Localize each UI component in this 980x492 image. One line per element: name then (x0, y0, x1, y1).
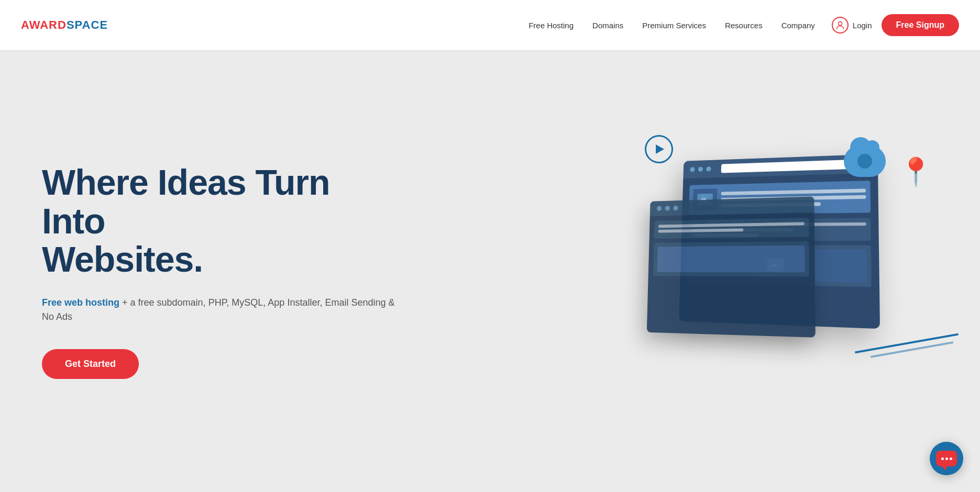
hero-title: Where Ideas Turn Into Websites. (42, 163, 398, 278)
hero-subtitle: Free web hosting + a free subdomain, PHP… (42, 296, 398, 324)
get-started-button[interactable]: Get Started (42, 349, 139, 379)
browser-dot-3 (706, 166, 711, 172)
chat-bubble-icon (936, 451, 957, 466)
secondary-img (657, 245, 805, 272)
secondary-section-2 (653, 241, 809, 277)
hero-subtitle-highlight: Free web hosting (42, 297, 119, 308)
play-triangle (656, 144, 664, 154)
browser-line-1 (721, 188, 866, 195)
user-icon (832, 17, 849, 33)
signup-button[interactable]: Free Signup (882, 14, 959, 36)
chat-dot-3 (950, 457, 952, 460)
chat-widget[interactable] (930, 442, 963, 475)
secondary-line-1 (658, 222, 805, 228)
hero-section: Where Ideas Turn Into Websites. Free web… (0, 50, 980, 492)
hero-content: Where Ideas Turn Into Websites. Free web… (42, 163, 398, 378)
nav-company[interactable]: Company (781, 21, 815, 30)
hero-title-line2: Websites. (42, 239, 203, 279)
nav-actions: Login Free Signup (832, 14, 959, 36)
secondary-dot-1 (657, 206, 662, 211)
cloud-icon (844, 146, 886, 177)
hero-title-line1: Where Ideas Turn Into (42, 162, 330, 240)
nav-premium-services[interactable]: Premium Services (642, 21, 706, 30)
browser-dot-2 (698, 167, 703, 172)
navbar: AWARDSPACE Free Hosting Domains Premium … (0, 0, 980, 50)
browser-dot-1 (690, 167, 695, 172)
map-pin-icon: 📍 (899, 156, 933, 188)
chat-dot-2 (945, 457, 948, 460)
browser-secondary-body (648, 213, 815, 287)
login-button[interactable]: Login (832, 17, 872, 33)
secondary-line-2 (658, 228, 743, 232)
cloud-inner (857, 154, 872, 169)
secondary-section-1 (654, 218, 809, 239)
decorative-line-2 (871, 341, 953, 358)
secondary-dot-2 (665, 206, 669, 211)
chat-dot-1 (941, 457, 944, 460)
logo-award: AWARD (21, 18, 67, 31)
secondary-dot-3 (673, 206, 678, 211)
hero-illustration: 📍 (645, 135, 949, 407)
nav-links: Free Hosting Domains Premium Services Re… (528, 21, 815, 30)
play-button-icon (645, 135, 673, 163)
nav-free-hosting[interactable]: Free Hosting (528, 21, 574, 30)
login-label: Login (853, 21, 872, 30)
svg-point-0 (838, 22, 842, 26)
nav-resources[interactable]: Resources (725, 21, 763, 30)
nav-domains[interactable]: Domains (592, 21, 623, 30)
browser-secondary (647, 196, 816, 337)
logo-space: SPACE (67, 18, 108, 31)
logo[interactable]: AWARDSPACE (21, 18, 108, 32)
